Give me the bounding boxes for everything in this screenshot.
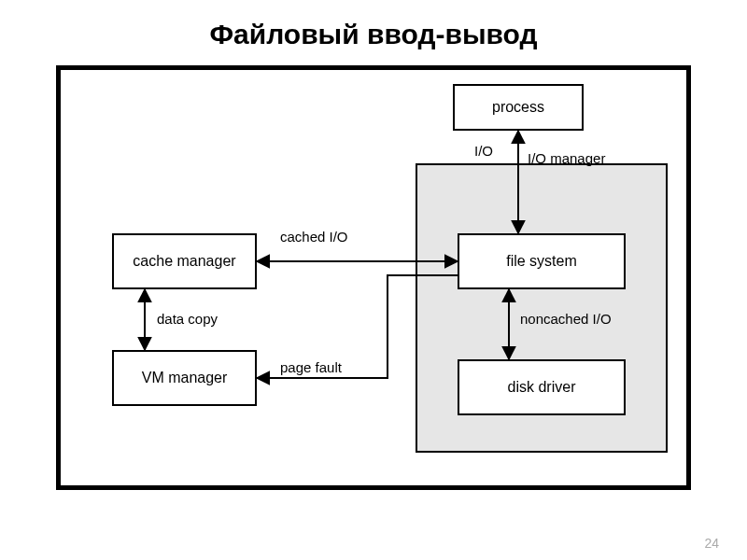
diagram-frame: process cache manager VM manager file sy… — [56, 65, 691, 490]
page-title: Файловый ввод-вывод — [0, 19, 747, 50]
arrows-layer — [61, 70, 686, 485]
diagram-stage: process cache manager VM manager file sy… — [61, 70, 686, 485]
page-number: 24 — [704, 536, 719, 551]
arrow-filesystem-vm — [257, 275, 458, 378]
